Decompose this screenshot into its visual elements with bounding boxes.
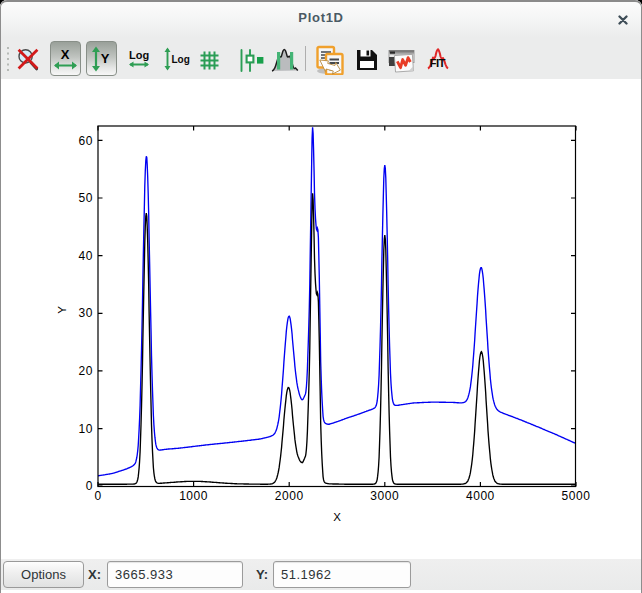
svg-text:40: 40 [79, 249, 93, 263]
svg-text:Log: Log [129, 49, 149, 61]
svg-text:10: 10 [79, 422, 93, 436]
svg-text:X: X [61, 47, 70, 62]
svg-text:4000: 4000 [466, 489, 495, 503]
svg-text:30: 30 [79, 306, 93, 320]
svg-text:20: 20 [79, 364, 93, 378]
svg-text:3000: 3000 [370, 489, 399, 503]
svg-text:Y: Y [56, 306, 68, 314]
svg-text:2000: 2000 [275, 489, 304, 503]
svg-text:FIT: FIT [430, 57, 446, 69]
svg-text:0: 0 [86, 479, 93, 493]
svg-text:60: 60 [79, 134, 93, 148]
svg-text:Log: Log [172, 54, 190, 65]
svg-text:0: 0 [94, 489, 101, 503]
svg-text:X: X [333, 511, 341, 523]
svg-text:Y: Y [101, 51, 110, 66]
svg-text:5000: 5000 [562, 489, 591, 503]
svg-text:50: 50 [79, 191, 93, 205]
svg-text:1000: 1000 [179, 489, 208, 503]
